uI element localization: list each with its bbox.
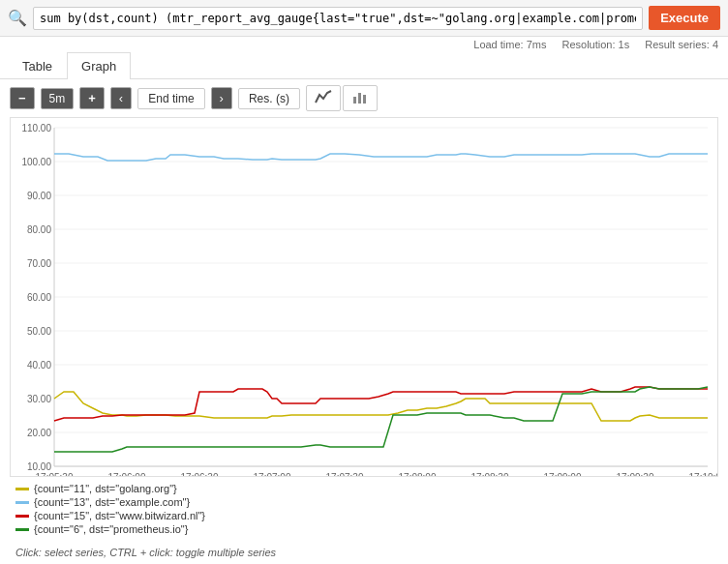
svg-text:60.00: 60.00 bbox=[27, 292, 51, 303]
bar-chart-button[interactable] bbox=[343, 85, 378, 111]
legend-item-golang[interactable]: {count="11", dst="golang.org"} bbox=[15, 483, 713, 494]
svg-text:10.00: 10.00 bbox=[27, 461, 51, 472]
resolution-button[interactable]: Res. (s) bbox=[238, 88, 300, 109]
search-input[interactable] bbox=[33, 7, 643, 30]
svg-text:100.00: 100.00 bbox=[21, 157, 51, 167]
load-time: Load time: 7ms bbox=[473, 39, 546, 50]
legend-swatch-golang bbox=[15, 488, 29, 490]
zoom-in-button[interactable]: + bbox=[79, 87, 105, 109]
legend-item-example[interactable]: {count="13", dst="example.com"} bbox=[15, 496, 713, 508]
graph-toolbar: − 5m + ‹ End time › Res. (s) bbox=[0, 79, 728, 117]
chart-type-buttons bbox=[306, 85, 378, 111]
legend-item-bitwizard[interactable]: {count="15", dst="www.bitwizard.nl"} bbox=[15, 510, 713, 521]
svg-text:17:08:00: 17:08:00 bbox=[399, 472, 437, 476]
svg-text:17:10:00: 17:10:00 bbox=[689, 472, 717, 476]
svg-text:90.00: 90.00 bbox=[27, 191, 51, 201]
chart-hint: Click: select series, CTRL + click: togg… bbox=[0, 543, 728, 562]
tab-table[interactable]: Table bbox=[8, 52, 67, 79]
legend-label-example: {count="13", dst="example.com"} bbox=[34, 496, 190, 508]
legend-label-prometheus: {count="6", dst="prometheus.io"} bbox=[34, 523, 188, 535]
svg-text:110.00: 110.00 bbox=[21, 123, 51, 134]
svg-text:17:07:00: 17:07:00 bbox=[254, 472, 291, 476]
svg-rect-1 bbox=[358, 93, 361, 104]
zoom-out-button[interactable]: − bbox=[10, 87, 35, 109]
svg-text:17:07:30: 17:07:30 bbox=[326, 472, 364, 476]
chart-svg: 110.00 100.00 90.00 80.00 70.00 60.00 50… bbox=[11, 118, 717, 476]
search-bar: 🔍 Execute bbox=[0, 0, 728, 37]
svg-text:17:09:00: 17:09:00 bbox=[544, 472, 582, 476]
svg-text:70.00: 70.00 bbox=[27, 258, 51, 269]
legend-label-bitwizard: {count="15", dst="www.bitwizard.nl"} bbox=[34, 510, 205, 521]
range-selector[interactable]: 5m bbox=[41, 88, 75, 109]
resolution: Resolution: 1s bbox=[561, 39, 629, 50]
legend-swatch-bitwizard bbox=[15, 515, 29, 518]
legend-swatch-prometheus bbox=[15, 528, 29, 531]
search-icon: 🔍 bbox=[8, 9, 27, 27]
line-chart-button[interactable] bbox=[306, 85, 341, 111]
next-button[interactable]: › bbox=[211, 87, 232, 109]
prev-button[interactable]: ‹ bbox=[110, 87, 132, 109]
svg-text:50.00: 50.00 bbox=[27, 326, 51, 337]
svg-text:17:09:30: 17:09:30 bbox=[617, 472, 654, 476]
execute-button[interactable]: Execute bbox=[649, 6, 720, 30]
meta-bar: Load time: 7ms Resolution: 1s Result ser… bbox=[0, 37, 728, 52]
svg-text:17:08:30: 17:08:30 bbox=[471, 472, 509, 476]
svg-text:17:06:00: 17:06:00 bbox=[108, 472, 146, 476]
end-time-display[interactable]: End time bbox=[137, 88, 204, 109]
legend-item-prometheus[interactable]: {count="6", dst="prometheus.io"} bbox=[15, 523, 713, 535]
svg-rect-2 bbox=[363, 95, 366, 104]
svg-text:17:06:30: 17:06:30 bbox=[181, 472, 219, 476]
svg-rect-0 bbox=[353, 97, 356, 104]
chart-area: 110.00 100.00 90.00 80.00 70.00 60.00 50… bbox=[10, 117, 718, 477]
tab-graph[interactable]: Graph bbox=[67, 52, 131, 79]
svg-text:30.00: 30.00 bbox=[27, 394, 51, 404]
tabs: Table Graph bbox=[0, 52, 728, 79]
svg-text:20.00: 20.00 bbox=[27, 428, 51, 438]
legend-label-golang: {count="11", dst="golang.org"} bbox=[34, 483, 177, 494]
result-series: Result series: 4 bbox=[645, 39, 718, 50]
legend-swatch-example bbox=[15, 501, 29, 504]
svg-text:17:05:30: 17:05:30 bbox=[36, 472, 74, 476]
svg-text:40.00: 40.00 bbox=[27, 360, 51, 371]
legend: {count="11", dst="golang.org"} {count="1… bbox=[0, 477, 728, 543]
svg-text:80.00: 80.00 bbox=[27, 224, 51, 235]
